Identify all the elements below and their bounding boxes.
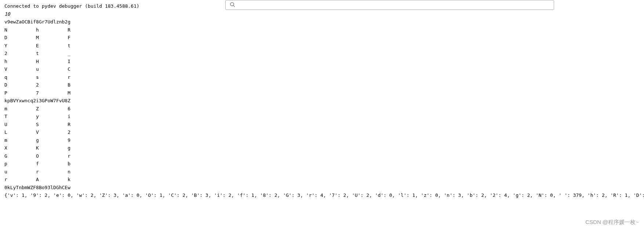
output-line: V u C [4, 65, 644, 73]
search-input[interactable] [239, 2, 550, 8]
output-line: G O r [4, 152, 644, 160]
output-line: L V 2 [4, 128, 644, 136]
output-line: m Z 6 [4, 105, 644, 113]
output-line: T y i [4, 113, 644, 121]
search-icon [229, 1, 236, 9]
output-line: Y E t [4, 42, 644, 50]
output-line: N h R [4, 26, 644, 34]
output-line: D 2 B [4, 81, 644, 89]
output-line: v9ewZaOCBif8Gr7Udlznb2g [4, 18, 644, 26]
output-line: 2 t _ [4, 49, 644, 58]
output-line: h H I [4, 58, 644, 66]
output-line: u r n [4, 168, 644, 176]
output-line: 0kLyTnbmWZF8Bo93lDGhCEw [4, 184, 644, 192]
output-count: 10 [4, 10, 644, 18]
output-line: X K g [4, 144, 644, 152]
console-output: Connected to pydev debugger (build 183.4… [0, 0, 644, 199]
output-line: D M F [4, 34, 644, 42]
output-line: q s r [4, 73, 644, 81]
output-line: m g 9 [4, 136, 644, 144]
output-line: {'v': 1, '9': 2, 'e': 0, 'w': 2, 'Z': 3,… [4, 191, 644, 199]
svg-line-1 [233, 5, 234, 6]
output-line: kpBVYxwncq2i3GPoW7FvU8Z [4, 97, 644, 105]
output-line: p f b [4, 160, 644, 168]
search-bar[interactable] [225, 0, 554, 10]
output-line: r A k [4, 176, 644, 184]
output-line: U S R [4, 121, 644, 129]
watermark: CSDN @程序媛一枚~ [585, 219, 639, 226]
output-line: P 7 M [4, 89, 644, 97]
